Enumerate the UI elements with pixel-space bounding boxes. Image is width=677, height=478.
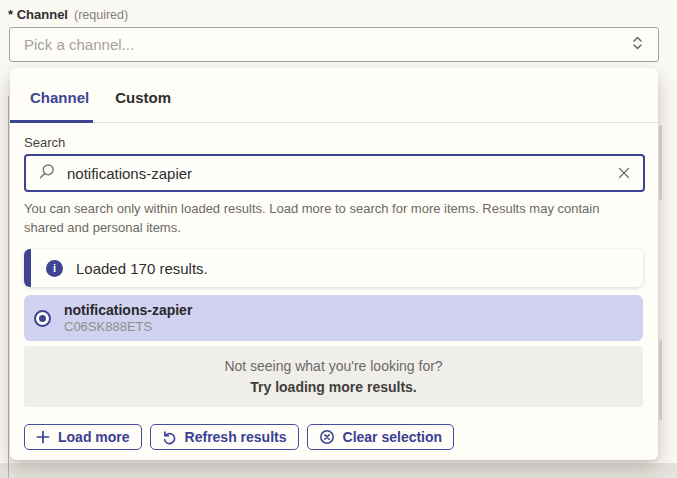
channel-dropdown-panel: Channel Custom Search You can search onl…	[10, 68, 658, 460]
field-label-text: Channel	[17, 7, 68, 22]
tab-bar: Channel Custom	[10, 68, 658, 123]
clear-search-icon[interactable]	[617, 166, 631, 180]
select-placeholder: Pick a channel...	[24, 36, 134, 53]
radio-dot	[39, 315, 46, 322]
magnifier-icon	[38, 163, 55, 184]
refresh-icon	[162, 430, 177, 445]
required-note: (required)	[74, 8, 128, 22]
refresh-results-button[interactable]: Refresh results	[150, 424, 299, 450]
underlying-border-line	[8, 96, 9, 478]
tab-channel[interactable]: Channel	[30, 89, 89, 122]
tab-custom[interactable]: Custom	[115, 89, 171, 122]
banner-accent-bar	[24, 249, 31, 287]
search-input[interactable]	[65, 164, 607, 183]
clear-selection-button[interactable]: Clear selection	[307, 424, 455, 450]
result-subtitle: C06SK888ETS	[64, 319, 192, 335]
scrollbar-thumb[interactable]	[659, 340, 662, 420]
plus-icon	[36, 430, 50, 444]
info-icon: i	[46, 260, 63, 277]
result-texts: notifications-zapier C06SK888ETS	[64, 302, 192, 335]
action-button-row: Load more Refresh results	[24, 424, 454, 450]
banner-text: Loaded 170 results.	[76, 260, 208, 277]
result-title: notifications-zapier	[64, 302, 192, 319]
radio-selected-icon[interactable]	[34, 310, 51, 327]
hint-line-2: Try loading more results.	[24, 379, 643, 395]
slack-channel-picker-screen: * Channel(required) Pick a channel... Ch…	[0, 0, 677, 478]
field-label: * Channel(required)	[8, 7, 128, 22]
load-more-hint: Not seeing what you're looking for? Try …	[24, 346, 643, 407]
search-label: Search	[24, 135, 65, 150]
loaded-results-banner: i Loaded 170 results.	[24, 249, 643, 287]
search-box	[24, 154, 645, 192]
required-marker: *	[8, 7, 13, 22]
refresh-results-label: Refresh results	[185, 429, 287, 445]
clear-selection-label: Clear selection	[343, 429, 443, 445]
result-option-selected[interactable]: notifications-zapier C06SK888ETS	[24, 295, 643, 341]
up-down-chevron-icon	[631, 34, 644, 56]
load-more-button[interactable]: Load more	[24, 424, 142, 450]
channel-select[interactable]: Pick a channel...	[9, 27, 659, 62]
circle-x-icon	[319, 429, 335, 445]
page-background-strip	[0, 463, 677, 478]
search-helper-text: You can search only within loaded result…	[24, 200, 616, 237]
load-more-label: Load more	[58, 429, 130, 445]
scrollbar-thumb[interactable]	[659, 125, 662, 200]
active-tab-underline	[10, 120, 93, 123]
hint-line-1: Not seeing what you're looking for?	[24, 358, 643, 374]
